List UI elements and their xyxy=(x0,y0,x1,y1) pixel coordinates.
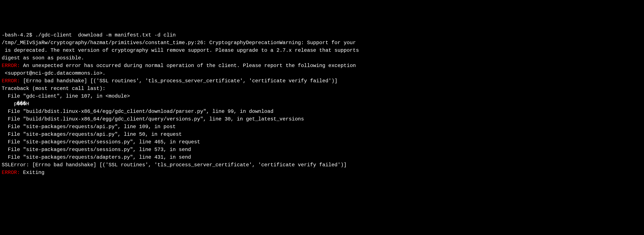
terminal-line: File "gdc-client", line 107, in <module> xyxy=(2,92,642,100)
terminal-text: File "build/bdist.linux-x86_64/egg/gdc_c… xyxy=(2,108,274,114)
terminal-text: /tmp/_MEIvSjaRw/cryptography/hazmat/prim… xyxy=(2,40,356,46)
terminal-line: Traceback (most recent call last): xyxy=(2,85,642,92)
error-label: ERROR: xyxy=(2,170,20,176)
terminal-line: ERROR: Exiting xyxy=(2,169,642,176)
error-label: ERROR: xyxy=(2,63,20,68)
terminal-output: -bash-4.2$ ./gdc-client download -m mani… xyxy=(2,32,642,176)
terminal-text: -bash-4.2$ ./gdc-client download -m mani… xyxy=(2,32,176,38)
terminal-text: File "site-packages/requests/api.py", li… xyxy=(2,124,176,130)
terminal-line: ERROR: An unexpected error has occurred … xyxy=(2,62,642,70)
terminal-text: File "site-packages/requests/adapters.py… xyxy=(2,154,191,160)
terminal-line: ERROR: [Errno bad handshake] [('SSL rout… xyxy=(2,77,642,85)
terminal-text: is deprecated. The next version of crypt… xyxy=(2,48,359,53)
terminal-line: File "site-packages/requests/sessions.py… xyxy=(2,138,642,146)
terminal-line: <support@nci-gdc.datacommons.io>. xyxy=(2,70,642,77)
terminal-text: <support@nci-gdc.datacommons.io>. xyxy=(2,70,106,76)
terminal-line: /tmp/_MEIvSjaRw/cryptography/hazmat/prim… xyxy=(2,39,642,47)
terminal-text: digest as soon as possible. xyxy=(2,55,84,61)
terminal-text: File "site-packages/requests/api.py", li… xyxy=(2,132,182,137)
terminal-text: File "gdc-client", line 107, in <module> xyxy=(2,93,130,99)
terminal-line: File "site-packages/requests/adapters.py… xyxy=(2,154,642,161)
terminal-line: File "build/bdist.linux-x86_64/egg/gdc_c… xyxy=(2,116,642,123)
terminal-text: File "site-packages/requests/sessions.py… xyxy=(2,147,191,152)
terminal-line: File "build/bdist.linux-x86_64/egg/gdc_c… xyxy=(2,108,642,116)
terminal-line: is deprecated. The next version of crypt… xyxy=(2,47,642,54)
terminal-line: File "site-packages/requests/sessions.py… xyxy=(2,146,642,154)
terminal-text: Exiting xyxy=(20,170,44,176)
terminal-line: digest as soon as possible. xyxy=(2,54,642,62)
terminal-text: File "build/bdist.linux-x86_64/egg/gdc_c… xyxy=(2,116,304,122)
terminal-line: SSLError: [Errno bad handshake] [('SSL r… xyxy=(2,161,642,169)
terminal-text: Traceback (most recent call last): xyxy=(2,86,106,92)
terminal-line: File "site-packages/requests/api.py", li… xyxy=(2,123,642,131)
terminal-text: File "site-packages/requests/sessions.py… xyxy=(2,139,200,145)
terminal-line: p���H xyxy=(2,100,642,108)
terminal-text: SSLError: [Errno bad handshake] [('SSL r… xyxy=(2,162,346,168)
terminal-line: File "site-packages/requests/api.py", li… xyxy=(2,131,642,138)
terminal-text: [Errno bad handshake] [('SSL routines', … xyxy=(20,78,338,84)
terminal-text: An unexpected error has occurred during … xyxy=(20,63,356,68)
terminal-line: -bash-4.2$ ./gdc-client download -m mani… xyxy=(2,32,642,39)
error-label: ERROR: xyxy=(2,78,20,84)
terminal-text: p���H xyxy=(2,101,29,107)
